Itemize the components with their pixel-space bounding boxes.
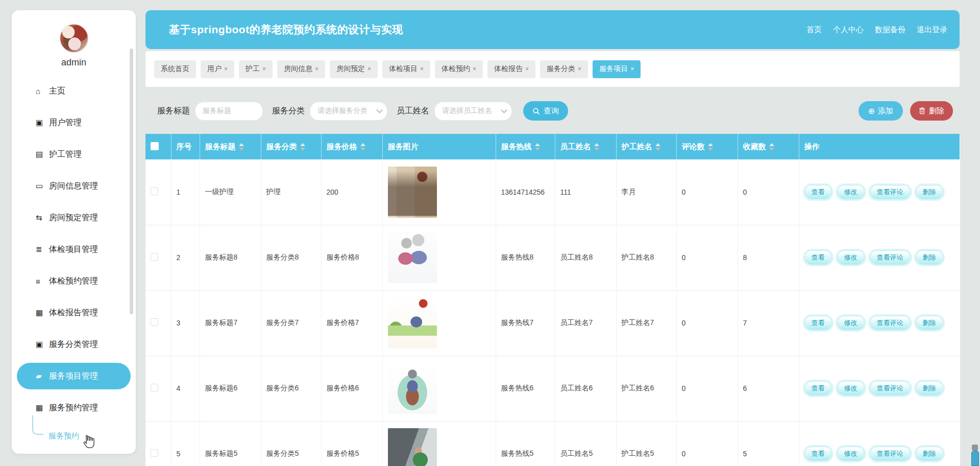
table-column-header[interactable]: 服务分类 bbox=[261, 134, 321, 159]
table-column-header[interactable]: 服务标题 bbox=[200, 134, 261, 159]
table-column-header[interactable]: 护工姓名 bbox=[616, 134, 676, 159]
sidebar-item[interactable]: ▭ 房间信息管理 bbox=[12, 170, 136, 202]
sidebar-item[interactable]: ▦ 体检报告管理 bbox=[12, 297, 136, 329]
tab[interactable]: 护工 × bbox=[239, 60, 273, 78]
sidebar-item-label: 房间预定管理 bbox=[49, 213, 98, 223]
sidebar-item[interactable]: ≣ 体检项目管理 bbox=[12, 234, 136, 265]
tab-close-icon[interactable]: × bbox=[420, 65, 424, 73]
sidebar-item[interactable]: ▤ 护工管理 bbox=[12, 138, 136, 170]
table-column-header[interactable]: 服务图片 bbox=[382, 134, 496, 159]
edit-button[interactable]: 修改 bbox=[837, 316, 865, 330]
view-comments-button[interactable]: 查看评论 bbox=[870, 185, 911, 199]
delete-button[interactable]: 删除 bbox=[910, 101, 953, 121]
cell-service-category: 服务分类7 bbox=[261, 290, 321, 356]
sort-carets-icon[interactable] bbox=[535, 143, 540, 151]
sidebar-item-label: 用户管理 bbox=[49, 118, 82, 128]
view-comments-button[interactable]: 查看评论 bbox=[870, 316, 911, 330]
page-scrollbar-thumb[interactable] bbox=[971, 451, 979, 466]
table-column-header[interactable]: 序号 bbox=[171, 134, 200, 159]
table-column-header[interactable]: 操作 bbox=[799, 134, 960, 159]
row-checkbox[interactable] bbox=[151, 449, 158, 457]
table-column-header[interactable]: 评论数 bbox=[676, 134, 738, 159]
row-checkbox[interactable] bbox=[151, 318, 158, 326]
sidebar-subitem-service-booking[interactable]: 服务预约 bbox=[12, 424, 136, 448]
sidebar: admin ⌂ 主页 ▣ 用户管理 ▤ 护工管理 ▭ 房间信息管理 ⇆ bbox=[12, 10, 136, 454]
row-delete-button[interactable]: 删除 bbox=[916, 447, 943, 461]
edit-button[interactable]: 修改 bbox=[837, 381, 865, 395]
tab[interactable]: 用户 × bbox=[201, 60, 234, 78]
sidebar-item[interactable]: ▣ 用户管理 bbox=[12, 107, 136, 138]
row-delete-button[interactable]: 删除 bbox=[916, 185, 943, 199]
tab[interactable]: 系统首页 bbox=[154, 60, 196, 78]
tab[interactable]: 体检报告 × bbox=[487, 60, 535, 78]
tab[interactable]: 体检预约 × bbox=[435, 60, 483, 78]
view-button[interactable]: 查看 bbox=[804, 381, 832, 395]
sort-carets-icon[interactable] bbox=[655, 143, 660, 151]
view-comments-button[interactable]: 查看评论 bbox=[870, 381, 911, 395]
row-checkbox[interactable] bbox=[151, 253, 158, 261]
row-delete-button[interactable]: 删除 bbox=[916, 250, 943, 265]
view-comments-button[interactable]: 查看评论 bbox=[870, 447, 911, 461]
table-column-header[interactable]: 服务热线 bbox=[496, 134, 555, 159]
tab-close-icon[interactable]: × bbox=[262, 65, 266, 73]
tab[interactable]: 体检项目 × bbox=[382, 60, 430, 78]
page-scrollbar-cap[interactable] bbox=[972, 445, 978, 451]
view-button[interactable]: 查看 bbox=[804, 250, 832, 265]
table-column-header[interactable]: 服务价格 bbox=[321, 134, 382, 159]
service-title-input[interactable]: 服务标题 bbox=[195, 102, 263, 121]
tab[interactable]: 服务分类 × bbox=[540, 60, 588, 78]
tab[interactable]: 房间预定 × bbox=[330, 60, 378, 78]
select-all-checkbox[interactable] bbox=[151, 142, 159, 150]
sidebar-item-icon: ⇆ bbox=[36, 213, 49, 222]
header-nav-link[interactable]: 首页 bbox=[806, 25, 822, 35]
sidebar-item-icon: ▦ bbox=[36, 403, 49, 412]
tab-close-icon[interactable]: × bbox=[473, 65, 476, 73]
sidebar-item[interactable]: ≡ 体检预约管理 bbox=[12, 265, 136, 297]
row-checkbox[interactable] bbox=[151, 384, 158, 391]
view-button[interactable]: 查看 bbox=[804, 185, 832, 199]
tab[interactable]: 房间信息 × bbox=[277, 60, 325, 78]
sort-carets-icon[interactable] bbox=[708, 143, 713, 151]
header-nav-link[interactable]: 数据备份 bbox=[875, 25, 905, 35]
view-button[interactable]: 查看 bbox=[804, 447, 832, 461]
staff-name-select[interactable]: 请选择员工姓名 bbox=[434, 102, 512, 121]
sidebar-item[interactable]: ▦ 服务预约管理 bbox=[12, 392, 136, 424]
tab-close-icon[interactable]: × bbox=[578, 65, 581, 73]
sort-carets-icon[interactable] bbox=[594, 143, 599, 151]
tab-close-icon[interactable]: × bbox=[630, 65, 634, 73]
column-header-label: 操作 bbox=[804, 142, 820, 152]
add-button[interactable]: ⊕ 添加 bbox=[859, 101, 903, 121]
tab-close-icon[interactable]: × bbox=[525, 65, 529, 73]
sort-carets-icon[interactable] bbox=[769, 143, 774, 151]
sidebar-item[interactable]: ▰ 服务项目管理 bbox=[17, 363, 131, 389]
tab-close-icon[interactable]: × bbox=[224, 65, 228, 73]
sidebar-item[interactable]: ▣ 服务分类管理 bbox=[12, 329, 136, 360]
edit-button[interactable]: 修改 bbox=[837, 185, 865, 199]
sort-carets-icon[interactable] bbox=[300, 143, 305, 151]
header-nav-link[interactable]: 个人中心 bbox=[833, 25, 864, 35]
row-checkbox[interactable] bbox=[151, 188, 158, 195]
table-column-header[interactable]: 收藏数 bbox=[738, 134, 799, 159]
sort-carets-icon[interactable] bbox=[360, 143, 365, 151]
column-header-label: 服务价格 bbox=[327, 142, 357, 152]
search-button[interactable]: 查询 bbox=[523, 101, 568, 121]
sidebar-item[interactable]: ⌂ 主页 bbox=[12, 75, 136, 107]
row-delete-button[interactable]: 删除 bbox=[916, 316, 943, 330]
view-comments-button[interactable]: 查看评论 bbox=[870, 250, 911, 265]
sidebar-item-icon: ▣ bbox=[36, 340, 49, 349]
view-button[interactable]: 查看 bbox=[804, 316, 832, 330]
tab[interactable]: 服务项目 × bbox=[593, 60, 641, 78]
edit-button[interactable]: 修改 bbox=[837, 250, 865, 265]
cell-index: 4 bbox=[171, 356, 200, 421]
tab-close-icon[interactable]: × bbox=[368, 65, 371, 73]
cell-service-image bbox=[382, 290, 496, 356]
sidebar-scrollbar[interactable] bbox=[130, 49, 133, 314]
edit-button[interactable]: 修改 bbox=[837, 447, 865, 461]
table-column-header[interactable]: 员工姓名 bbox=[555, 134, 616, 159]
service-category-select[interactable]: 请选择服务分类 bbox=[310, 102, 387, 121]
sort-carets-icon[interactable] bbox=[239, 143, 244, 151]
tab-close-icon[interactable]: × bbox=[315, 65, 318, 73]
row-delete-button[interactable]: 删除 bbox=[916, 381, 943, 395]
header-nav-link[interactable]: 退出登录 bbox=[917, 25, 947, 35]
sidebar-item[interactable]: ⇆ 房间预定管理 bbox=[12, 202, 136, 234]
